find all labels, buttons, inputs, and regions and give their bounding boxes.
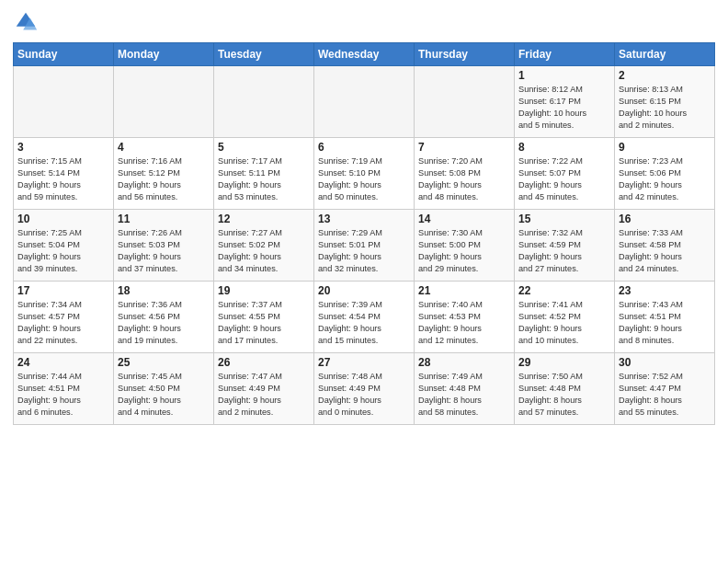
calendar-cell: 28Sunrise: 7:49 AM Sunset: 4:48 PM Dayli… xyxy=(415,353,515,425)
day-number: 29 xyxy=(518,356,610,369)
calendar-cell: 14Sunrise: 7:30 AM Sunset: 5:00 PM Dayli… xyxy=(415,210,515,282)
calendar-cell: 6Sunrise: 7:19 AM Sunset: 5:10 PM Daylig… xyxy=(314,138,415,210)
day-info: Sunrise: 8:12 AM Sunset: 6:17 PM Dayligh… xyxy=(518,84,610,132)
day-number: 11 xyxy=(118,213,210,225)
header xyxy=(13,9,715,35)
calendar-table: SundayMondayTuesdayWednesdayThursdayFrid… xyxy=(13,42,715,425)
day-info: Sunrise: 7:48 AM Sunset: 4:49 PM Dayligh… xyxy=(318,371,410,419)
day-number: 17 xyxy=(17,284,109,297)
weekday-header: Wednesday xyxy=(314,43,415,66)
calendar-cell xyxy=(114,66,214,138)
day-number: 15 xyxy=(518,213,610,225)
calendar-cell: 20Sunrise: 7:39 AM Sunset: 4:54 PM Dayli… xyxy=(314,282,415,353)
calendar-week-row: 10Sunrise: 7:25 AM Sunset: 5:04 PM Dayli… xyxy=(14,210,715,282)
calendar-page: SundayMondayTuesdayWednesdayThursdayFrid… xyxy=(0,0,728,432)
day-number: 28 xyxy=(418,356,510,369)
day-number: 7 xyxy=(418,141,510,154)
day-number: 9 xyxy=(619,141,711,154)
day-number: 6 xyxy=(318,141,410,154)
calendar-cell: 5Sunrise: 7:17 AM Sunset: 5:11 PM Daylig… xyxy=(214,138,314,210)
calendar-week-row: 17Sunrise: 7:34 AM Sunset: 4:57 PM Dayli… xyxy=(14,282,715,353)
day-info: Sunrise: 7:17 AM Sunset: 5:11 PM Dayligh… xyxy=(218,155,310,203)
day-info: Sunrise: 7:40 AM Sunset: 4:53 PM Dayligh… xyxy=(418,299,510,347)
calendar-week-row: 1Sunrise: 8:12 AM Sunset: 6:17 PM Daylig… xyxy=(14,66,715,138)
calendar-cell: 16Sunrise: 7:33 AM Sunset: 4:58 PM Dayli… xyxy=(615,210,715,282)
calendar-cell: 11Sunrise: 7:26 AM Sunset: 5:03 PM Dayli… xyxy=(114,210,214,282)
calendar-cell: 4Sunrise: 7:16 AM Sunset: 5:12 PM Daylig… xyxy=(114,138,214,210)
calendar-cell: 19Sunrise: 7:37 AM Sunset: 4:55 PM Dayli… xyxy=(214,282,314,353)
day-info: Sunrise: 7:30 AM Sunset: 5:00 PM Dayligh… xyxy=(418,227,510,275)
calendar-week-row: 3Sunrise: 7:15 AM Sunset: 5:14 PM Daylig… xyxy=(14,138,715,210)
weekday-header: Tuesday xyxy=(214,43,314,66)
day-number: 20 xyxy=(318,284,410,297)
calendar-cell: 24Sunrise: 7:44 AM Sunset: 4:51 PM Dayli… xyxy=(14,353,114,425)
day-info: Sunrise: 8:13 AM Sunset: 6:15 PM Dayligh… xyxy=(619,84,711,132)
calendar-cell: 13Sunrise: 7:29 AM Sunset: 5:01 PM Dayli… xyxy=(314,210,415,282)
day-info: Sunrise: 7:22 AM Sunset: 5:07 PM Dayligh… xyxy=(518,155,610,203)
weekday-header: Thursday xyxy=(415,43,515,66)
logo-icon xyxy=(13,9,39,35)
day-number: 27 xyxy=(318,356,410,369)
day-number: 23 xyxy=(619,284,711,297)
day-info: Sunrise: 7:25 AM Sunset: 5:04 PM Dayligh… xyxy=(17,227,109,275)
day-number: 4 xyxy=(118,141,210,154)
calendar-header-row: SundayMondayTuesdayWednesdayThursdayFrid… xyxy=(14,43,715,66)
day-info: Sunrise: 7:44 AM Sunset: 4:51 PM Dayligh… xyxy=(17,371,109,419)
calendar-cell: 2Sunrise: 8:13 AM Sunset: 6:15 PM Daylig… xyxy=(615,66,715,138)
calendar-cell: 26Sunrise: 7:47 AM Sunset: 4:49 PM Dayli… xyxy=(214,353,314,425)
logo xyxy=(13,9,42,35)
day-info: Sunrise: 7:20 AM Sunset: 5:08 PM Dayligh… xyxy=(418,155,510,203)
day-info: Sunrise: 7:23 AM Sunset: 5:06 PM Dayligh… xyxy=(619,155,711,203)
day-info: Sunrise: 7:39 AM Sunset: 4:54 PM Dayligh… xyxy=(318,299,410,347)
day-info: Sunrise: 7:32 AM Sunset: 4:59 PM Dayligh… xyxy=(518,227,610,275)
calendar-cell xyxy=(214,66,314,138)
day-info: Sunrise: 7:41 AM Sunset: 4:52 PM Dayligh… xyxy=(518,299,610,347)
day-number: 24 xyxy=(17,356,109,369)
day-number: 25 xyxy=(118,356,210,369)
calendar-cell: 21Sunrise: 7:40 AM Sunset: 4:53 PM Dayli… xyxy=(415,282,515,353)
calendar-cell: 17Sunrise: 7:34 AM Sunset: 4:57 PM Dayli… xyxy=(14,282,114,353)
calendar-cell xyxy=(415,66,515,138)
calendar-cell: 25Sunrise: 7:45 AM Sunset: 4:50 PM Dayli… xyxy=(114,353,214,425)
weekday-header: Saturday xyxy=(615,43,715,66)
day-info: Sunrise: 7:49 AM Sunset: 4:48 PM Dayligh… xyxy=(418,371,510,419)
calendar-cell: 15Sunrise: 7:32 AM Sunset: 4:59 PM Dayli… xyxy=(515,210,615,282)
day-number: 12 xyxy=(218,213,310,225)
calendar-week-row: 24Sunrise: 7:44 AM Sunset: 4:51 PM Dayli… xyxy=(14,353,715,425)
calendar-cell: 10Sunrise: 7:25 AM Sunset: 5:04 PM Dayli… xyxy=(14,210,114,282)
day-number: 5 xyxy=(218,141,310,154)
day-info: Sunrise: 7:50 AM Sunset: 4:48 PM Dayligh… xyxy=(518,371,610,419)
day-number: 3 xyxy=(17,141,109,154)
day-info: Sunrise: 7:34 AM Sunset: 4:57 PM Dayligh… xyxy=(17,299,109,347)
weekday-header: Sunday xyxy=(14,43,114,66)
day-info: Sunrise: 7:27 AM Sunset: 5:02 PM Dayligh… xyxy=(218,227,310,275)
calendar-cell: 1Sunrise: 8:12 AM Sunset: 6:17 PM Daylig… xyxy=(515,66,615,138)
calendar-cell: 23Sunrise: 7:43 AM Sunset: 4:51 PM Dayli… xyxy=(615,282,715,353)
calendar-body: 1Sunrise: 8:12 AM Sunset: 6:17 PM Daylig… xyxy=(14,66,715,425)
day-info: Sunrise: 7:47 AM Sunset: 4:49 PM Dayligh… xyxy=(218,371,310,419)
calendar-cell: 22Sunrise: 7:41 AM Sunset: 4:52 PM Dayli… xyxy=(515,282,615,353)
day-number: 30 xyxy=(619,356,711,369)
calendar-cell: 7Sunrise: 7:20 AM Sunset: 5:08 PM Daylig… xyxy=(415,138,515,210)
day-info: Sunrise: 7:43 AM Sunset: 4:51 PM Dayligh… xyxy=(619,299,711,347)
day-info: Sunrise: 7:37 AM Sunset: 4:55 PM Dayligh… xyxy=(218,299,310,347)
day-number: 18 xyxy=(118,284,210,297)
day-number: 16 xyxy=(619,213,711,225)
calendar-cell: 12Sunrise: 7:27 AM Sunset: 5:02 PM Dayli… xyxy=(214,210,314,282)
calendar-cell: 27Sunrise: 7:48 AM Sunset: 4:49 PM Dayli… xyxy=(314,353,415,425)
day-number: 19 xyxy=(218,284,310,297)
day-info: Sunrise: 7:29 AM Sunset: 5:01 PM Dayligh… xyxy=(318,227,410,275)
calendar-cell: 18Sunrise: 7:36 AM Sunset: 4:56 PM Dayli… xyxy=(114,282,214,353)
day-number: 2 xyxy=(619,69,711,82)
day-info: Sunrise: 7:52 AM Sunset: 4:47 PM Dayligh… xyxy=(619,371,711,419)
day-info: Sunrise: 7:15 AM Sunset: 5:14 PM Dayligh… xyxy=(17,155,109,203)
calendar-cell xyxy=(314,66,415,138)
calendar-cell: 8Sunrise: 7:22 AM Sunset: 5:07 PM Daylig… xyxy=(515,138,615,210)
day-number: 1 xyxy=(518,69,610,82)
day-number: 21 xyxy=(418,284,510,297)
day-info: Sunrise: 7:19 AM Sunset: 5:10 PM Dayligh… xyxy=(318,155,410,203)
day-info: Sunrise: 7:26 AM Sunset: 5:03 PM Dayligh… xyxy=(118,227,210,275)
day-info: Sunrise: 7:16 AM Sunset: 5:12 PM Dayligh… xyxy=(118,155,210,203)
calendar-cell: 3Sunrise: 7:15 AM Sunset: 5:14 PM Daylig… xyxy=(14,138,114,210)
day-number: 10 xyxy=(17,213,109,225)
